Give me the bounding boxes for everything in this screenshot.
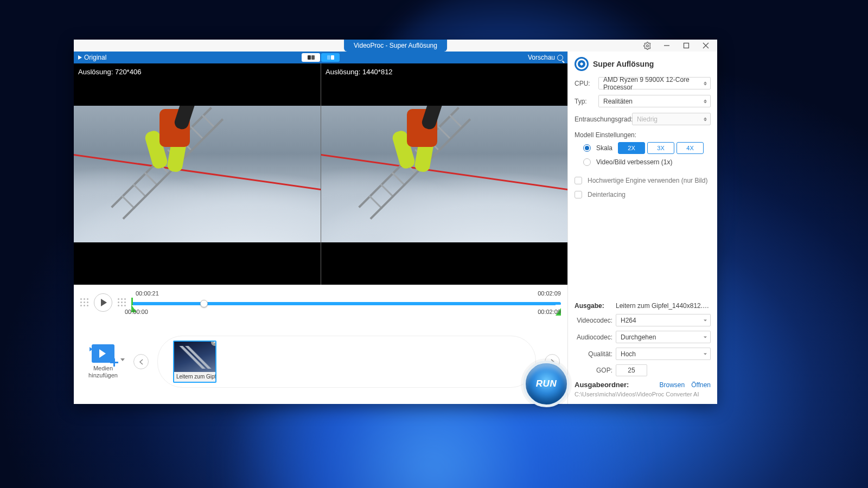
videocodec-select[interactable]: H264 [616,314,711,326]
thumbnail-name: Leitern zum Gipfe [174,372,215,382]
audiocodec-value: Durchgehen [621,333,656,341]
svg-rect-2 [684,43,689,48]
cpu-value: AMD Ryzen 9 5900X 12-Core Processor [603,76,698,91]
quality-select[interactable]: Hoch [616,348,711,360]
radio-enhance[interactable] [583,158,591,166]
gop-label: GOP: [575,367,612,374]
play-button[interactable] [94,293,112,312]
original-label: Original [84,54,106,61]
thumbnail-image [174,342,215,372]
type-select[interactable]: Realitäten [598,95,711,107]
view-single-button[interactable] [302,53,320,62]
settings-panel: Super Auflösung CPU: AMD Ryzen 9 5900X 1… [567,52,717,404]
scale-2x-button[interactable]: 2X [618,142,645,154]
cpu-select[interactable]: AMD Ryzen 9 5900X 12-Core Processor [598,77,711,89]
playhead[interactable] [200,300,208,307]
time-end-bot: 00:02:09 [538,309,561,315]
minimize-button[interactable] [658,40,676,52]
output-filename: Leitern zum Gipfel_1440x812.mp4 [616,302,711,310]
audiocodec-select[interactable]: Durchgehen [616,331,711,343]
compare-view-switch [301,53,340,62]
window-title: VideoProc - Super Auflösung [344,40,447,52]
output-label: Ausgabe: [575,302,612,310]
output-folder-path: C:\Users\micha\Videos\VideoProc Converte… [568,391,717,401]
preview-header: Original Vorschau [74,52,567,63]
magnifier-icon[interactable] [557,55,563,61]
timeline-track[interactable]: 00:00:21 00:02:09 00:00:00 00:02:09 [131,290,561,315]
add-media-button[interactable]: Medien hinzufügen [81,344,125,379]
result-resolution-label: Auslösung: 1440*812 [326,68,393,76]
titlebar: VideoProc - Super Auflösung [74,40,717,52]
play-original-icon[interactable] [78,55,82,60]
app-window: VideoProc - Super Auflösung Original [74,40,717,404]
media-thumbnail[interactable]: ✕ Leitern zum Gipfe [173,341,216,383]
maximize-button[interactable] [677,40,695,52]
preview-pane-result: Auslösung: 1440*812 [321,63,567,285]
browse-button[interactable]: Browsen [660,381,685,389]
run-button[interactable]: RUN [523,361,570,407]
time-current: 00:00:21 [136,290,159,297]
result-label: Vorschau [528,54,555,61]
window-controls [638,40,715,52]
output-folder-label: Ausgabeordner: [575,381,653,389]
denoise-value: Niedrig [637,115,658,123]
radio-scale[interactable] [583,144,591,152]
videocodec-value: H264 [621,317,636,324]
grip-dots-icon [80,298,88,306]
checkbox-deinterlacing-label: Deinterlacing [588,191,626,198]
preview-pane-original: Auslösung: 720*406 [74,63,321,285]
film-reel-icon [575,57,589,71]
settings-gear-icon[interactable] [638,40,656,52]
media-row: Medien hinzufügen ✕ Leitern zum Gipfe [74,319,567,404]
close-button[interactable] [697,40,715,52]
grip-dots-icon-2 [118,298,126,306]
videocodec-label: Videocodec: [575,317,612,324]
media-carousel: ✕ Leitern zum Gipfe [157,336,536,388]
type-label: Typ: [575,98,595,105]
quality-label: Qualität: [575,350,612,358]
svg-point-0 [646,44,648,47]
radio-scale-label: Skala [596,144,612,152]
checkbox-hq-engine-label: Hochwertige Engine verwenden (nur Bild) [588,177,707,184]
original-resolution-label: Auslösung: 720*406 [78,68,141,76]
add-media-label: Medien hinzufügen [81,365,125,379]
denoise-label: Entrauschungsgrad: [575,115,629,123]
scale-4x-button[interactable]: 4X [676,142,704,154]
time-end-top: 00:02:09 [538,290,561,297]
run-button-label: RUN [536,378,557,389]
carousel-prev-button[interactable] [133,354,149,369]
preview-area: Auslösung: 720*406 Auslösung: 1440*812 [74,63,567,285]
audiocodec-label: Audiocodec: [575,333,612,341]
timeline: 00:00:21 00:02:09 00:00:00 00:02:09 [74,285,567,319]
gop-input[interactable]: 25 [616,364,647,376]
chevron-down-icon [120,358,125,361]
panel-title: Super Auflösung [593,60,654,68]
type-value: Realitäten [603,98,633,105]
view-split-button[interactable] [321,53,340,62]
cpu-label: CPU: [575,80,595,87]
denoise-select[interactable]: Niedrig [632,113,711,125]
quality-value: Hoch [621,350,636,358]
scale-3x-button[interactable]: 3X [647,142,674,154]
model-settings-label: Modell Einstellungen: [568,128,717,140]
radio-enhance-label: Video/Bild verbessern (1x) [596,158,673,166]
open-button[interactable]: Öffnen [691,381,711,389]
checkbox-deinterlacing[interactable] [575,191,582,198]
time-start: 00:00:00 [125,309,148,315]
checkbox-hq-engine[interactable] [575,177,582,184]
